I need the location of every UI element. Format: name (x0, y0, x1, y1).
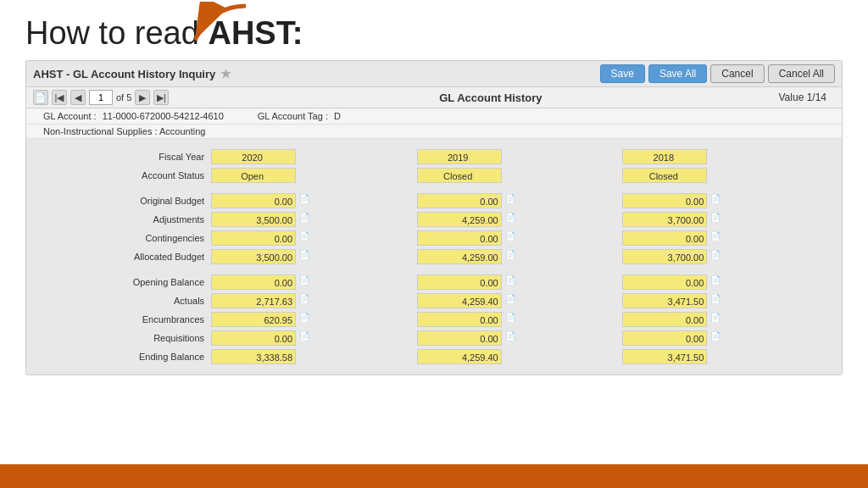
opbal-2019-doc-icon[interactable]: 📄 (505, 275, 517, 289)
ab-2018[interactable]: 3,700.00 (622, 249, 707, 264)
act-2018-doc-icon[interactable]: 📄 (710, 294, 722, 308)
enc-2020-doc-icon[interactable]: 📄 (299, 313, 311, 326)
eb-2018[interactable]: 3,471.50 (622, 349, 707, 364)
ab-2020-doc-icon[interactable]: 📄 (299, 250, 311, 263)
ending-balance-label: Ending Balance (43, 347, 208, 366)
account-status-label: Account Status (43, 166, 208, 185)
ob-2018[interactable]: 0.00 (622, 193, 707, 208)
account-description: Non-Instructional Supplies : Accounting (26, 125, 842, 139)
req-2019[interactable]: 0.00 (417, 330, 502, 346)
req-2018[interactable]: 0.00 (622, 330, 707, 346)
window-title: AHST - GL Account History Inquiry (33, 68, 215, 80)
nav-bar: 📄 |◀ ◀ of 5 ▶ ▶| GL Account History Valu… (26, 87, 842, 108)
ab-2019-doc-icon[interactable]: 📄 (505, 250, 517, 263)
req-2019-doc-icon[interactable]: 📄 (505, 331, 517, 345)
adj-2018-doc-icon[interactable]: 📄 (710, 213, 722, 226)
title-prefix: How to read (25, 15, 208, 51)
nav-last-icon[interactable]: ▶| (153, 90, 169, 105)
cont-2018[interactable]: 0.00 (622, 230, 707, 246)
status-2019-value[interactable]: Closed (417, 168, 502, 183)
cont-2020-doc-icon[interactable]: 📄 (299, 231, 311, 245)
status-2020-cell: Open (208, 166, 414, 185)
nav-export-icon[interactable]: 📄 (33, 90, 48, 105)
favorite-icon[interactable]: ★ (220, 67, 231, 80)
window-title-area: AHST - GL Account History Inquiry ★ (33, 67, 231, 80)
enc-2018[interactable]: 0.00 (622, 312, 707, 327)
adjustments-row: Adjustments 3,500.00 📄 4,259.00 📄 3,70 (43, 210, 825, 229)
cont-2020[interactable]: 0.00 (211, 230, 296, 246)
req-2020[interactable]: 0.00 (211, 330, 296, 346)
status-2018-value[interactable]: Closed (622, 168, 707, 183)
ab-2018-doc-icon[interactable]: 📄 (710, 250, 722, 263)
fy-2020-value[interactable]: 2020 (211, 149, 296, 164)
act-2019[interactable]: 4,259.40 (417, 293, 502, 308)
data-area: Fiscal Year 2020 2019 2018 (26, 139, 842, 374)
fy-2018-cell: 2018 (619, 147, 825, 166)
fiscal-year-label: Fiscal Year (43, 147, 208, 166)
status-2020-value[interactable]: Open (211, 168, 296, 183)
nav-next-icon[interactable]: ▶ (135, 90, 150, 105)
eb-2020[interactable]: 3,338.58 (211, 349, 296, 364)
act-2019-doc-icon[interactable]: 📄 (505, 294, 517, 308)
nav-first-icon[interactable]: |◀ (52, 90, 67, 105)
ob-2020-doc-icon[interactable]: 📄 (299, 194, 311, 208)
adj-2019[interactable]: 4,259.00 (417, 212, 502, 227)
save-button[interactable]: Save (600, 64, 645, 83)
opbal-2018[interactable]: 0.00 (622, 274, 707, 290)
adj-2020[interactable]: 3,500.00 (211, 212, 296, 227)
ob-2020[interactable]: 0.00 (211, 193, 296, 208)
bottom-bar (0, 464, 868, 488)
ob-2019[interactable]: 0.00 (417, 193, 502, 208)
act-2020[interactable]: 2,717.63 (211, 293, 296, 308)
adj-2018[interactable]: 3,700.00 (622, 212, 707, 227)
account-status-row: Account Status Open Closed Closed (43, 166, 825, 185)
page-of-label: of 5 (116, 92, 131, 103)
ending-balance-row: Ending Balance 3,338.58 4,259.40 3,471.5… (43, 347, 825, 366)
page-title: How to read AHST: (0, 0, 868, 60)
contingencies-label: Contingencies (43, 229, 208, 247)
page-number-input[interactable] (89, 90, 113, 105)
requisitions-label: Requisitions (43, 329, 208, 347)
ob-2019-doc-icon[interactable]: 📄 (505, 194, 517, 208)
encumbrances-row: Encumbrances 620.95 📄 0.00 📄 0.00 (43, 310, 825, 329)
act-2018[interactable]: 3,471.50 (622, 293, 707, 308)
cont-2019[interactable]: 0.00 (417, 230, 502, 246)
ab-2019[interactable]: 4,259.00 (417, 249, 502, 264)
eb-2019[interactable]: 4,259.40 (417, 349, 502, 364)
orange-arrow (186, 2, 254, 53)
enc-2019[interactable]: 0.00 (417, 312, 502, 327)
contingencies-row: Contingencies 0.00 📄 0.00 📄 0.00 (43, 229, 825, 247)
enc-2019-doc-icon[interactable]: 📄 (505, 313, 517, 326)
act-2020-doc-icon[interactable]: 📄 (299, 294, 311, 308)
req-2018-doc-icon[interactable]: 📄 (710, 331, 722, 345)
fy-2018-value[interactable]: 2018 (622, 149, 707, 164)
save-all-button[interactable]: Save All (648, 64, 707, 83)
status-2018-cell: Closed (619, 166, 825, 185)
nav-prev-icon[interactable]: ◀ (70, 90, 86, 105)
enc-2020[interactable]: 620.95 (211, 312, 296, 327)
opbal-2020[interactable]: 0.00 (211, 274, 296, 290)
opening-balance-row: Opening Balance 0.00 📄 0.00 📄 0.00 (43, 273, 825, 291)
opbal-2020-doc-icon[interactable]: 📄 (299, 275, 311, 289)
actuals-label: Actuals (43, 291, 208, 310)
opbal-2018-doc-icon[interactable]: 📄 (710, 275, 722, 289)
cancel-button[interactable]: Cancel (710, 64, 764, 83)
ob-2018-doc-icon[interactable]: 📄 (710, 194, 722, 208)
gl-account-info: GL Account : 11-0000-672000-54212-4610 (43, 111, 224, 121)
value-label: Value 1/14 (779, 92, 827, 103)
window-header: AHST - GL Account History Inquiry ★ Save… (26, 61, 842, 87)
ab-2020[interactable]: 3,500.00 (211, 249, 296, 264)
adj-2020-doc-icon[interactable]: 📄 (299, 213, 311, 226)
cont-2019-doc-icon[interactable]: 📄 (505, 231, 517, 245)
cont-2018-doc-icon[interactable]: 📄 (710, 231, 722, 245)
adj-2019-doc-icon[interactable]: 📄 (505, 213, 517, 226)
data-table: Fiscal Year 2020 2019 2018 (43, 147, 825, 366)
req-2020-doc-icon[interactable]: 📄 (299, 331, 311, 345)
requisitions-row: Requisitions 0.00 📄 0.00 📄 0.00 (43, 329, 825, 347)
enc-2018-doc-icon[interactable]: 📄 (710, 313, 722, 326)
original-budget-row: Original Budget 0.00 📄 0.00 📄 0.00 (43, 191, 825, 210)
cancel-all-button[interactable]: Cancel All (768, 64, 835, 83)
opbal-2019[interactable]: 0.00 (417, 274, 502, 290)
fy-2019-value[interactable]: 2019 (417, 149, 502, 164)
opening-balance-label: Opening Balance (43, 273, 208, 291)
